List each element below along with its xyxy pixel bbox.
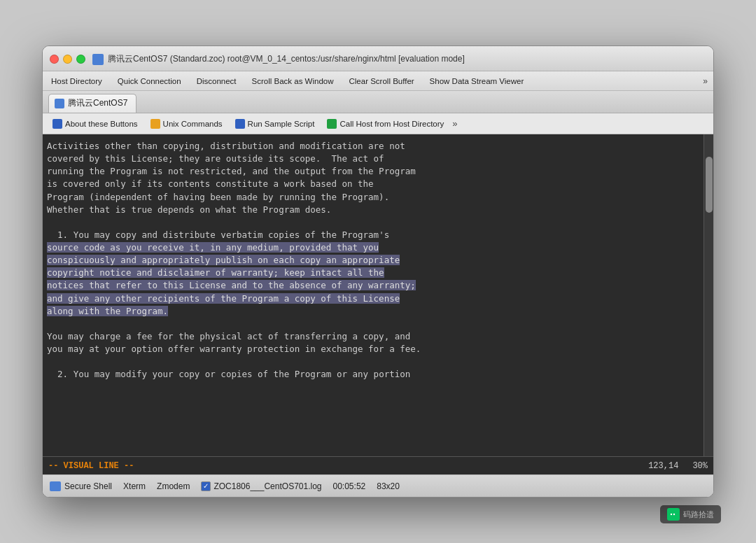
menu-quick-connection[interactable]: Quick Connection — [115, 76, 184, 87]
terminal-size: 83x20 — [377, 481, 400, 491]
terminal-text: Activities other than copying, distribut… — [47, 140, 699, 381]
scroll-percent: 30% — [692, 461, 708, 471]
visual-line-indicator: -- VISUAL LINE -- — [48, 461, 134, 471]
cursor-position: 123,14 — [648, 461, 678, 471]
xterm-label: Xterm — [123, 481, 146, 491]
secure-shell-item: Secure Shell — [50, 481, 112, 491]
svg-point-1 — [673, 514, 675, 515]
window-title: 腾讯云CentOS7 (Standard.zoc) root@VM_0_14_c… — [108, 53, 465, 65]
btn-unix-commands[interactable]: Unix Commands — [145, 118, 228, 130]
button-bar-more-icon[interactable]: » — [452, 118, 457, 129]
wechat-label: 码路拾遗 — [683, 509, 714, 520]
tab-monitor-icon — [55, 99, 64, 108]
log-checkbox[interactable]: ✓ — [201, 481, 211, 491]
close-button[interactable] — [50, 55, 59, 64]
scrollbar[interactable] — [704, 134, 713, 456]
menu-host-directory[interactable]: Host Directory — [48, 76, 105, 87]
svg-point-0 — [671, 514, 672, 515]
btn-unix-label: Unix Commands — [163, 120, 223, 128]
tab-bar: 腾讯云CentOS7 — [43, 91, 713, 113]
tab-centos7[interactable]: 腾讯云CentOS7 — [48, 94, 136, 113]
session-time: 00:05:52 — [333, 481, 366, 491]
folder-icon — [150, 119, 160, 129]
menu-disconnect[interactable]: Disconnect — [194, 76, 239, 87]
btn-about-buttons[interactable]: About these Buttons — [47, 118, 144, 130]
btn-host-label: Call Host from Host Directory — [340, 120, 444, 128]
host-icon — [327, 119, 337, 129]
wechat-icon — [667, 508, 680, 521]
log-file-label: ZOC1806___CentOS701.log — [214, 481, 321, 491]
menu-clear-scroll[interactable]: Clear Scroll Buffer — [346, 76, 417, 87]
bottom-bar: Secure Shell Xterm Zmodem ✓ ZOC1806___Ce… — [43, 474, 713, 497]
btn-about-label: About these Buttons — [65, 120, 138, 128]
menu-bar: Host Directory Quick Connection Disconne… — [43, 71, 713, 91]
traffic-lights — [50, 55, 85, 64]
minimize-button[interactable] — [63, 55, 72, 64]
terminal-area: Activities other than copying, distribut… — [43, 134, 713, 456]
blue-square-icon — [52, 119, 62, 129]
zmodem-label: Zmodem — [157, 481, 190, 491]
log-checkbox-area[interactable]: ✓ ZOC1806___CentOS701.log — [201, 481, 321, 491]
main-window: 腾讯云CentOS7 (Standard.zoc) root@VM_0_14_c… — [42, 45, 714, 498]
wechat-badge: 码路拾遗 — [660, 505, 721, 523]
script-icon — [235, 119, 245, 129]
btn-script-label: Run Sample Script — [248, 120, 315, 128]
secure-shell-label: Secure Shell — [64, 481, 112, 491]
menu-data-stream[interactable]: Show Data Stream Viewer — [427, 76, 527, 87]
btn-call-host[interactable]: Call Host from Host Directory — [321, 118, 449, 130]
button-bar: About these Buttons Unix Commands Run Sa… — [43, 113, 713, 134]
menu-scroll-back[interactable]: Scroll Back as Window — [249, 76, 337, 87]
scrollbar-thumb[interactable] — [706, 157, 713, 213]
status-bar: -- VISUAL LINE -- 123,14 30% — [43, 456, 713, 474]
menu-more-icon[interactable]: » — [703, 76, 708, 86]
app-icon — [92, 54, 104, 65]
terminal-content[interactable]: Activities other than copying, distribut… — [43, 134, 704, 456]
secure-shell-icon — [50, 481, 61, 491]
btn-run-script[interactable]: Run Sample Script — [230, 118, 321, 130]
titlebar: 腾讯云CentOS7 (Standard.zoc) root@VM_0_14_c… — [43, 46, 713, 71]
maximize-button[interactable] — [76, 55, 85, 64]
tab-label: 腾讯云CentOS7 — [68, 97, 127, 109]
